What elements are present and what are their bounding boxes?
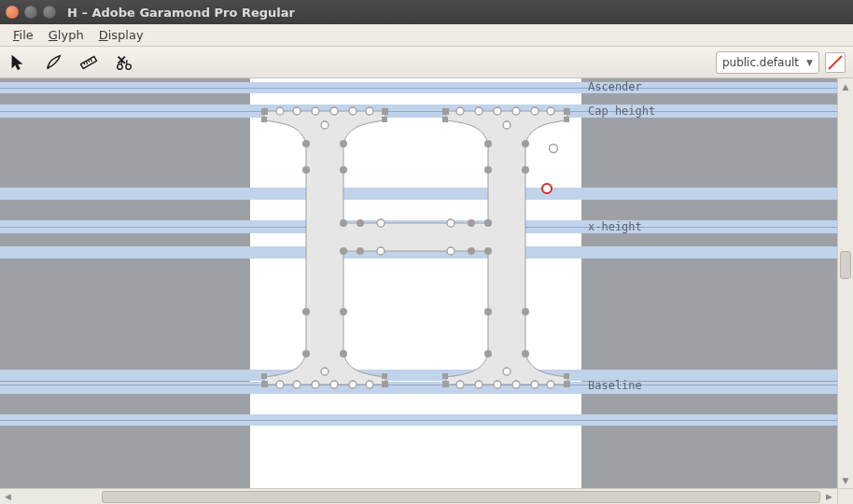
metric-band-baseline-upper [0, 370, 837, 381]
metric-band-xheight-upper [0, 188, 837, 200]
svg-line-4 [88, 60, 89, 62]
menu-display[interactable]: Display [91, 26, 151, 44]
scroll-corner [837, 489, 853, 505]
window-close-button[interactable] [6, 6, 19, 19]
glyph-artboard [250, 78, 581, 488]
pointer-tool-icon[interactable] [7, 52, 28, 73]
horizontal-scroll-thumb[interactable] [102, 491, 820, 503]
menu-bar: File Glyph Display [0, 24, 853, 47]
metric-line-descender [0, 420, 837, 421]
glyph-canvas[interactable]: Ascender Cap height x-height Baseline [0, 78, 853, 488]
horizontal-scrollbar[interactable]: ◀ ▶ [0, 488, 853, 504]
horizontal-scroll-track[interactable] [16, 491, 821, 503]
metric-label-cap-height: Cap height [588, 105, 655, 118]
knife-tool-icon[interactable] [114, 52, 134, 73]
layer-selector[interactable]: public.default ▼ [716, 51, 819, 74]
metric-label-xheight: x-height [588, 220, 642, 233]
metric-label-baseline: Baseline [588, 379, 642, 392]
title-bar: H – Adobe Garamond Pro Regular [0, 0, 853, 24]
menu-glyph[interactable]: Glyph [41, 26, 91, 44]
metric-band-baseline [0, 382, 837, 394]
vertical-scroll-thumb[interactable] [840, 251, 851, 279]
metric-line-xheight [0, 227, 837, 228]
metric-label-ascender: Ascender [588, 80, 642, 93]
scroll-up-arrow-icon[interactable]: ▲ [838, 78, 853, 94]
window-maximize-button[interactable] [43, 6, 56, 19]
svg-line-3 [86, 61, 88, 63]
toolbar: public.default ▼ [0, 47, 853, 78]
menu-file[interactable]: File [6, 26, 41, 44]
vertical-scrollbar[interactable]: ▲ ▼ [837, 78, 853, 488]
stroke-swatch[interactable] [825, 52, 846, 73]
scroll-right-arrow-icon[interactable]: ▶ [821, 492, 837, 501]
svg-point-7 [126, 63, 132, 69]
window-title: H – Adobe Garamond Pro Regular [67, 6, 295, 20]
pen-tool-icon[interactable] [43, 52, 63, 73]
ruler-tool-icon[interactable] [78, 52, 99, 73]
svg-line-5 [91, 58, 92, 61]
scroll-down-arrow-icon[interactable]: ▼ [838, 472, 853, 488]
svg-point-6 [118, 63, 123, 69]
svg-point-0 [47, 66, 49, 69]
svg-line-8 [829, 56, 842, 69]
window-minimize-button[interactable] [24, 6, 37, 19]
layer-selector-label: public.default [722, 56, 799, 69]
svg-rect-1 [80, 56, 96, 68]
metric-band-mid [0, 246, 837, 259]
metric-line-baseline [0, 385, 837, 385]
metric-line-ascender [0, 88, 837, 89]
metric-line-cap-height [0, 111, 837, 112]
chevron-down-icon: ▼ [806, 58, 813, 67]
scroll-left-arrow-icon[interactable]: ◀ [0, 492, 16, 501]
svg-line-2 [84, 62, 85, 63]
